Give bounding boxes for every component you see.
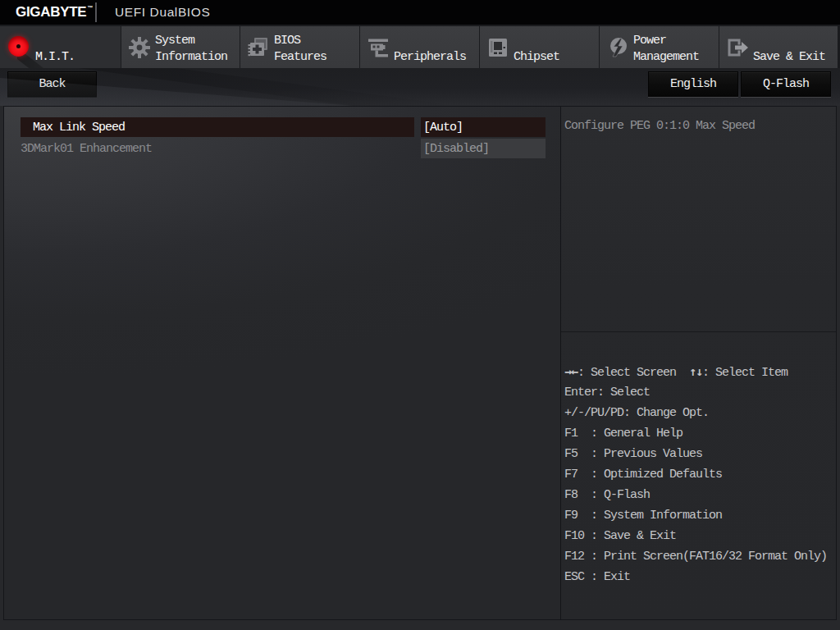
setting-row-max-link-speed[interactable]: Max Link Speed [Auto] [21,117,546,137]
trademark-symbol: ™ [87,5,93,11]
toolbar-strip: Back English Q-Flash [0,68,840,106]
help-divider [561,331,836,332]
mit-orb-icon [8,36,29,57]
setting-row-3dmark01-enhancement[interactable]: 3DMark01 Enhancement [Disabled] [21,139,546,158]
top-bar: GIGABYTE™ UEFI DualBIOS [0,0,840,25]
key-line: ESC : Exit [564,567,833,587]
key-line: F7 : Optimized Defaults [564,464,833,485]
back-button[interactable]: Back [7,71,97,97]
firmware-title: UEFI DualBIOS [115,0,210,25]
gigabyte-logo-text: GIGABYTE [16,4,86,21]
tab-peripherals-label: Peripherals [394,26,479,68]
key-line: F1 : General Help [564,423,833,444]
settings-pane: Max Link Speed [Auto] 3DMark01 Enhanceme… [4,107,560,619]
key-line: F8 : Q-Flash [564,485,833,505]
help-pane: Configure PEG 0:1:0 Max Speed →←: Select… [561,107,836,619]
setting-label: 3DMark01 Enhancement [21,139,414,158]
chipset-icon [486,36,509,59]
tab-bios-features-label: BIOS Features [274,26,359,68]
gigabyte-logo: GIGABYTE™ [16,0,93,25]
tab-line: Features [274,49,359,66]
tab-line: Chipset [514,49,599,66]
tab-line: Information [155,49,240,66]
tab-chipset[interactable]: Chipset [480,26,599,68]
key-line: Enter: Select [564,382,833,403]
tab-line: BIOS [274,33,359,49]
tab-bios-features[interactable]: BIOS Features [240,26,359,68]
tab-system-information-label: System Information [155,26,240,68]
tab-mit-label: M.I.T. [35,26,121,68]
help-description: Configure PEG 0:1:0 Max Speed [564,120,827,133]
peripherals-icon [367,36,390,59]
setting-value: [Disabled] [421,139,546,158]
topbar-divider [95,2,97,22]
tab-line: Management [633,49,719,66]
tab-line: System [155,33,240,49]
key-line: F12 : Print Screen(FAT16/32 Format Only) [564,546,833,567]
setting-label: Max Link Speed [21,117,414,137]
tab-save-exit[interactable]: Save & Exit [719,26,838,68]
setting-value: [Auto] [421,117,546,137]
qflash-button[interactable]: Q-Flash [741,71,831,97]
bios-chip-icon [247,36,270,59]
tab-mit[interactable]: M.I.T. [0,26,121,68]
key-line: F10 : Save & Exit [564,526,833,546]
tab-line: M.I.T. [35,49,121,66]
gear-icon [128,36,151,59]
tab-system-information[interactable]: System Information [121,26,240,68]
tab-line: Save & Exit [753,49,838,66]
save-exit-icon [726,36,749,59]
language-button[interactable]: English [648,71,738,97]
key-line: +/-/PU/PD: Change Opt. [564,403,833,423]
key-select-item: : Select Item [702,366,788,380]
tab-bar: M.I.T. System Information [0,25,840,68]
power-icon [606,36,629,59]
tab-chipset-label: Chipset [514,26,599,68]
tab-peripherals[interactable]: Peripherals [360,26,479,68]
key-line: F9 : System Information [564,505,833,526]
tab-power-management-label: Power Management [633,26,719,68]
tab-line: Power [633,33,719,49]
key-line: F5 : Previous Values [564,444,833,464]
key-legend: →←: Select Screen↑↓: Select Item Enter: … [564,362,833,587]
tab-power-management[interactable]: Power Management [600,26,719,68]
bios-screen: { "header": { "brand": "GIGABYTE", "bran… [0,0,840,630]
up-down-arrows-icon: ↑↓ [689,364,702,379]
tab-save-exit-label: Save & Exit [753,26,838,68]
main-panel: Max Link Speed [Auto] 3DMark01 Enhanceme… [3,106,837,620]
tab-line: Peripherals [394,49,479,66]
left-right-arrows-icon: →← [564,364,578,379]
key-line-select: →←: Select Screen↑↓: Select Item [564,362,833,382]
key-select-screen: : Select Screen [578,366,676,380]
